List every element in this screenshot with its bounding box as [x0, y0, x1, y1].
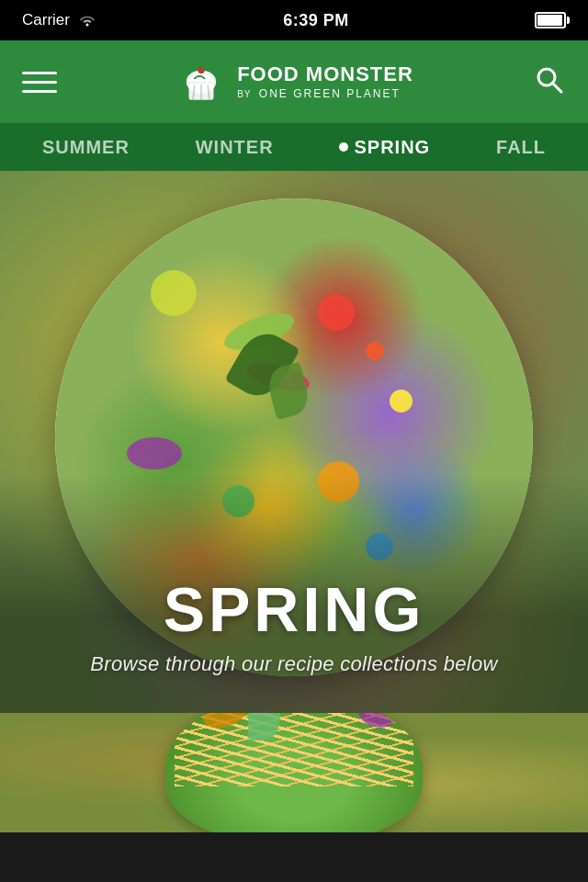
- tab-spring[interactable]: SPRING: [324, 130, 445, 165]
- hero-overlay: SPRING Browse through our recipe collect…: [0, 474, 588, 713]
- logo[interactable]: FOOD MONSTER BY ONE GREEN PLANET: [176, 57, 413, 107]
- menu-button[interactable]: [22, 72, 57, 93]
- tab-fall[interactable]: FALL: [481, 130, 560, 165]
- svg-line-7: [552, 84, 561, 93]
- carrier-label: Carrier: [22, 11, 70, 29]
- hamburger-line-2: [22, 81, 57, 84]
- active-dot: [339, 142, 348, 152]
- logo-text-block: FOOD MONSTER BY ONE GREEN PLANET: [237, 63, 413, 99]
- header: FOOD MONSTER BY ONE GREEN PLANET: [0, 40, 588, 123]
- logo-planet: ONE GREEN PLANET: [259, 87, 401, 100]
- tab-winter[interactable]: WINTER: [181, 130, 288, 165]
- logo-icon: [176, 57, 226, 107]
- hamburger-line-1: [22, 72, 57, 74]
- season-tabs: SUMMER WINTER SPRING FALL: [0, 123, 588, 171]
- logo-title: FOOD MONSTER: [237, 63, 413, 85]
- second-card-background: [0, 713, 588, 832]
- status-time: 6:39 PM: [283, 11, 349, 30]
- wifi-icon: [77, 12, 97, 29]
- hamburger-line-3: [22, 90, 57, 93]
- status-left: Carrier: [22, 11, 97, 29]
- search-button[interactable]: [533, 63, 566, 100]
- tab-spring-label: SPRING: [354, 137, 430, 158]
- bowl: [165, 713, 423, 832]
- logo-by: BY: [237, 89, 251, 99]
- hero-section: SPRING Browse through our recipe collect…: [0, 171, 588, 713]
- hero-title: SPRING: [164, 573, 425, 645]
- battery-icon: [535, 12, 566, 28]
- hero-subtitle: Browse through our recipe collections be…: [90, 652, 497, 676]
- tab-summer[interactable]: SUMMER: [28, 130, 144, 165]
- search-icon: [533, 63, 566, 96]
- status-bar: Carrier 6:39 PM: [0, 0, 588, 40]
- second-card-preview[interactable]: [0, 713, 588, 832]
- logo-subtitle: BY ONE GREEN PLANET: [237, 87, 401, 100]
